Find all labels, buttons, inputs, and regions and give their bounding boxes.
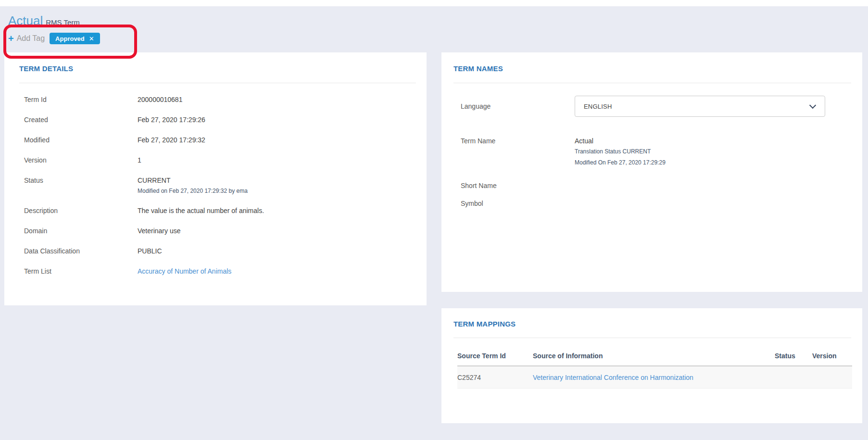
language-select-value: ENGLISH (584, 103, 612, 110)
column-header-version: Version (812, 352, 852, 360)
field-label: Data Classification (4, 247, 138, 255)
term-detail-row: Term List Accuracy of Number of Animals (4, 261, 427, 281)
field-label: Term List (4, 267, 138, 276)
column-header-source-of-information: Source of Information (533, 352, 775, 360)
tag-badge-label: Approved (55, 35, 85, 42)
table-row: C25274 Veterinary International Conferen… (457, 366, 852, 389)
page-title-suffix: RMS Term (46, 18, 80, 26)
language-select[interactable]: ENGLISH (575, 96, 825, 117)
field-label: Status (4, 176, 138, 195)
column-header-status: Status (775, 352, 812, 360)
term-detail-row: Created Feb 27, 2020 17:29:26 (4, 110, 427, 130)
tag-badge-approved[interactable]: Approved ✕ (50, 33, 100, 44)
field-value: Feb 27, 2020 17:29:26 (138, 115, 205, 124)
term-name-value: Actual (575, 137, 666, 145)
term-detail-row: Data Classification PUBLIC (4, 241, 427, 261)
term-detail-row: Description The value is the actual numb… (4, 201, 427, 221)
field-label: Term Id (4, 95, 138, 104)
term-detail-row: Version 1 (4, 150, 427, 170)
field-label: Version (4, 156, 138, 164)
term-detail-row: Modified Feb 27, 2020 17:29:32 (4, 130, 427, 150)
term-name-label: Term Name (441, 137, 575, 145)
field-value: Feb 27, 2020 17:29:32 (138, 136, 205, 144)
short-name-label: Short Name (441, 181, 575, 190)
language-label: Language (441, 102, 575, 111)
short-name-row: Short Name (441, 181, 862, 190)
tag-remove-icon[interactable]: ✕ (89, 36, 94, 42)
field-value: The value is the actual number of animal… (138, 206, 264, 215)
field-value: Veterinary use (138, 226, 181, 235)
table-header-row: Source Term Id Source of Information Sta… (457, 347, 852, 366)
term-detail-row: Domain Veterinary use (4, 221, 427, 241)
top-white-strip (0, 0, 868, 6)
cell-source-term-id: C25274 (457, 374, 533, 381)
term-name-row: Term Name Actual Translation Status CURR… (441, 137, 862, 166)
term-mappings-panel: TERM MAPPINGS Source Term Id Source of I… (441, 308, 862, 423)
field-value: CURRENT (138, 176, 248, 185)
term-detail-row: Term Id 200000010681 (4, 89, 427, 110)
term-details-panel: TERM DETAILS Term Id 200000010681 Create… (4, 52, 427, 305)
term-details-rows: Term Id 200000010681 Created Feb 27, 202… (4, 89, 427, 281)
table-body: C25274 Veterinary International Conferen… (457, 366, 852, 389)
field-label: Modified (4, 136, 138, 144)
column-header-source-term-id: Source Term Id (457, 352, 533, 360)
page-title: Actual (8, 13, 43, 28)
field-label: Description (4, 206, 138, 215)
term-name-modified-on: Modified On Feb 27, 2020 17:29:29 (575, 159, 666, 166)
term-names-panel: TERM NAMES Language ENGLISH Term Name Ac… (441, 52, 862, 292)
term-detail-row: Status CURRENT Modified on Feb 27, 2020 … (4, 170, 427, 201)
term-mappings-table: Source Term Id Source of Information Sta… (457, 347, 852, 389)
field-note: Modified on Feb 27, 2020 17:29:32 by ema (138, 187, 248, 195)
term-name-translation-status: Translation Status CURRENT (575, 148, 666, 155)
symbol-row: Symbol (441, 199, 862, 208)
page-header: ActualRMS Term (8, 13, 80, 28)
tag-row: + Add Tag Approved ✕ (8, 33, 100, 44)
term-mappings-divider (453, 338, 851, 338)
field-value: 1 (138, 156, 141, 164)
field-label: Domain (4, 226, 138, 235)
field-value: 200000010681 (138, 95, 182, 104)
term-list-link[interactable]: Accuracy of Number of Animals (138, 267, 231, 276)
term-names-heading: TERM NAMES (453, 64, 851, 73)
field-value: PUBLIC (138, 247, 162, 255)
language-row: Language ENGLISH (441, 96, 862, 117)
symbol-label: Symbol (441, 199, 575, 208)
cell-source-of-information[interactable]: Veterinary International Conference on H… (533, 374, 775, 381)
chevron-down-icon (809, 102, 816, 109)
term-names-divider (453, 83, 851, 83)
field-label: Created (4, 115, 138, 124)
add-tag-label: Add Tag (17, 34, 45, 43)
term-details-heading: TERM DETAILS (19, 64, 415, 73)
term-mappings-heading: TERM MAPPINGS (453, 320, 851, 328)
term-details-divider (19, 83, 416, 83)
add-tag-button[interactable]: + Add Tag (8, 34, 45, 43)
plus-icon: + (8, 34, 14, 43)
